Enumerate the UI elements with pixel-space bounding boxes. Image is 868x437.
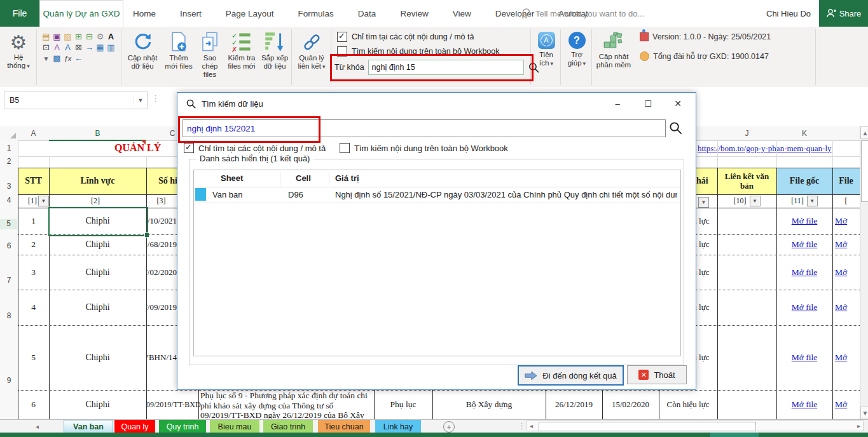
scroll-left-icon[interactable]: ◂	[530, 422, 533, 429]
cell-ngay-ban-hanh[interactable]: 26/12/2019	[546, 390, 602, 419]
col-header-l[interactable]	[832, 126, 860, 141]
dialog-checkbox-noidung[interactable]: Chỉ tìm tại các cột nội dung / mô tả	[184, 143, 326, 153]
scrollbar-thumb[interactable]	[861, 140, 868, 202]
filter-icon[interactable]: ▼	[41, 53, 52, 64]
textbox-icon[interactable]: ⊡	[41, 42, 52, 53]
cell-linh-vuc[interactable]: Chiphi	[49, 255, 146, 290]
mo-file-link[interactable]: Mở file	[776, 234, 832, 255]
mo-file-link[interactable]: Mở file	[776, 390, 832, 419]
mo-file-link[interactable]: Mở	[835, 290, 860, 325]
mo-file-link[interactable]: Mở file	[776, 255, 832, 290]
sao-chep-files-button[interactable]: Sao chép files	[195, 32, 225, 79]
cell-linh-vuc[interactable]: Chiphi	[49, 234, 146, 255]
sap-xep-du-lieu-button[interactable]: Sắp xếp dữ liệu	[259, 32, 290, 71]
maximize-icon[interactable]: ☐	[638, 97, 658, 111]
sheet-tab-van-ban[interactable]: Van ban	[64, 420, 113, 433]
row-number[interactable]: 3	[0, 182, 18, 192]
col-header-j[interactable]: J	[717, 126, 777, 141]
mo-file-link[interactable]: Mở	[835, 325, 860, 390]
sheet-nav-left-icon[interactable]: ◂	[36, 423, 39, 430]
kiem-tra-files-moi-button[interactable]: ✓✓✗ Kiểm tra files mới	[225, 32, 258, 71]
dialog-checkbox-workbook[interactable]: Tìm kiếm nội dung trên toàn bộ Workbook	[340, 143, 508, 153]
cell-so-hieu[interactable]: 10/2021/N	[146, 208, 177, 234]
tab-page-layout[interactable]: Page Layout	[223, 9, 277, 18]
cell-so-hieu[interactable]: 09/2019/T	[146, 290, 177, 325]
mo-file-link[interactable]: Mở	[835, 208, 860, 234]
name-box[interactable]: B5 ▼	[4, 91, 148, 109]
cell-ngay-hieu-luc[interactable]: 15/02/2020	[602, 390, 659, 419]
cap-nhat-du-lieu-button[interactable]: Cập nhật dữ liệu	[123, 32, 162, 71]
font-color-icon[interactable]: A	[52, 42, 62, 53]
col-header-k[interactable]: K	[776, 126, 833, 141]
cell-stt[interactable]: 6	[18, 390, 49, 419]
fx-icon[interactable]: ƒx	[62, 53, 73, 64]
column-header-value[interactable]: Giá trị	[335, 173, 359, 183]
table-search-icon[interactable]: ▦	[95, 42, 106, 53]
column-header-cell[interactable]: Cell	[296, 173, 311, 183]
cell-stt[interactable]: 5	[18, 325, 49, 390]
vertical-scrollbar[interactable]: ▲ ▼	[860, 126, 868, 419]
select-area-icon[interactable]: ⊠	[73, 42, 84, 53]
dialog-title-bar[interactable]: Tìm kiếm dữ liệu – ☐ ✕	[177, 93, 696, 115]
scrollbar-thumb[interactable]	[539, 422, 756, 431]
cell-so-hieu[interactable]: 68/2019/N	[146, 234, 177, 255]
folder-open-icon[interactable]: ▨	[62, 31, 73, 42]
filter-dropdown-icon[interactable]: ▼	[698, 197, 709, 208]
tellme-box[interactable]: Tell me what you want to do...	[521, 0, 644, 27]
font-size-icon[interactable]: A	[62, 42, 73, 53]
cell-loai[interactable]: Phụ lục	[374, 390, 432, 419]
row-number[interactable]: 6	[0, 241, 18, 252]
filter-dropdown-icon[interactable]: ▼	[807, 196, 818, 206]
cell-stt[interactable]: 2	[18, 234, 49, 255]
row-number-selected[interactable]: 5	[0, 219, 17, 229]
cell-linh-vuc[interactable]: Chiphi	[49, 390, 146, 419]
cell-stt[interactable]: 3	[18, 255, 49, 290]
he-thong-button[interactable]: ⚙ Hệ thống	[1, 32, 36, 71]
cell-so-hieu[interactable]: 09/2019/TT-BXD	[146, 390, 198, 419]
row-number[interactable]: 7	[0, 276, 18, 286]
checkbox-unchecked-icon[interactable]	[340, 143, 350, 153]
sheet-hyperlink[interactable]: https://bom.to/gop-y-phan-mem-quan-ly	[698, 144, 860, 154]
cell-style-icon[interactable]: ▩	[52, 53, 62, 64]
table-format-icon[interactable]: ▥	[106, 42, 116, 53]
org-chart-icon[interactable]: ⊟	[84, 31, 95, 42]
exit-button[interactable]: ✕ Thoát	[627, 365, 687, 384]
select-all-corner[interactable]	[0, 126, 18, 141]
sheet-tab-link-hay[interactable]: Link hay	[375, 420, 421, 433]
mo-file-link[interactable]: Mở	[835, 390, 860, 419]
mo-file-link[interactable]: Mở	[835, 234, 860, 255]
ribbon-checkbox-noidung[interactable]: Chỉ tìm tại các cột nội dung / mô tả	[337, 32, 474, 42]
minimize-icon[interactable]: –	[608, 97, 627, 111]
sheet-tab-bieu-mau[interactable]: Bieu mau	[210, 420, 259, 433]
row-number[interactable]: 4	[0, 196, 18, 206]
mo-file-link[interactable]: Mở file	[776, 208, 832, 234]
cell-co-quan[interactable]: Bộ Xây dựng	[432, 390, 546, 419]
bold-icon[interactable]: A	[106, 31, 116, 42]
scroll-right-icon[interactable]: ▸	[857, 422, 860, 429]
tab-review[interactable]: Review	[397, 9, 431, 18]
save-icon[interactable]: ▣	[52, 31, 62, 42]
horizontal-scrollbar[interactable]: ◂ ▸	[527, 420, 864, 431]
col-header-i-part[interactable]	[695, 126, 718, 141]
tab-quan-ly-du-an-gxd[interactable]: Quản lý Dự án GXD	[39, 0, 123, 27]
wrench-icon[interactable]: ⚙	[95, 31, 106, 42]
cell-so-hieu[interactable]: 14/VBHN	[146, 325, 177, 390]
cell-stt[interactable]: 1	[18, 208, 49, 234]
cell-trang-thai[interactable]: Còn hiệu lực	[659, 390, 717, 419]
name-box-caret-icon[interactable]: ▼	[134, 97, 147, 104]
fill-handle[interactable]	[144, 232, 149, 238]
briefcase-icon[interactable]: ▤	[41, 31, 52, 42]
mo-file-link[interactable]: Mở file	[776, 325, 832, 390]
cell-so-hieu[interactable]: 02/2020/T	[146, 255, 177, 290]
sheet-tab-quan-ly[interactable]: Quan ly	[114, 420, 155, 433]
cell-mo-ta[interactable]: Phụ lục số 9 - Phương pháp xác định dự t…	[200, 391, 372, 419]
col-header-b[interactable]: B	[49, 126, 147, 141]
mo-file-link[interactable]: Mở	[835, 255, 860, 290]
column-header-sheet[interactable]: Sheet	[221, 173, 243, 183]
replace-icon[interactable]: →	[84, 42, 95, 53]
tab-insert[interactable]: Insert	[177, 9, 204, 18]
scroll-down-icon[interactable]: ▼	[860, 407, 868, 419]
checkbox-checked-icon[interactable]	[184, 143, 194, 153]
col-header-a[interactable]: A	[18, 126, 50, 141]
tab-view[interactable]: View	[450, 9, 474, 18]
